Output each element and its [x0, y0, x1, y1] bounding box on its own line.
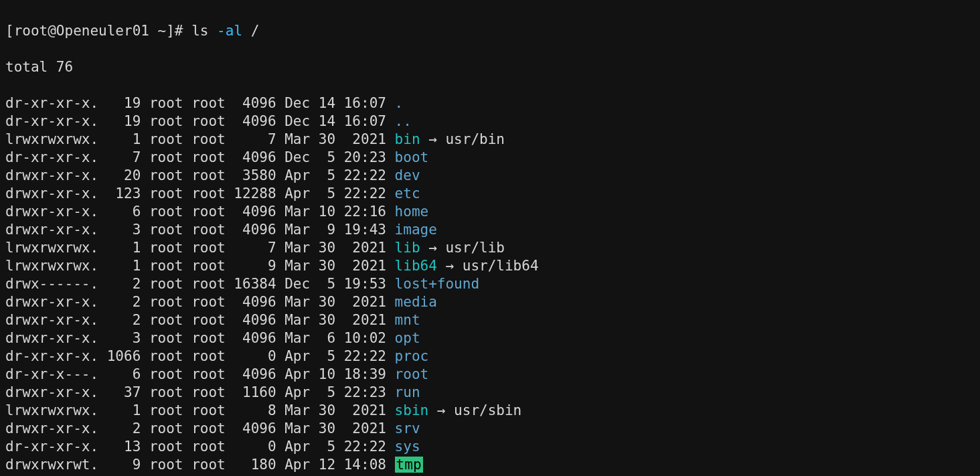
symlink-target: usr/lib — [445, 240, 505, 256]
listing-row: lrwxrwxrwx. 1 root root 7 Mar 30 2021 bi… — [5, 131, 975, 149]
listing-row: lrwxrwxrwx. 1 root root 8 Mar 30 2021 sb… — [5, 402, 975, 420]
listing-name: lib — [395, 240, 420, 256]
listing-meta: lrwxrwxrwx. 1 root root 9 Mar 30 2021 — [5, 258, 395, 274]
listing-meta: drwxr-xr-x. 3 root root 4096 Mar 6 10:02 — [5, 330, 395, 346]
listing-meta: dr-xr-xr-x. 7 root root 4096 Dec 5 20:23 — [5, 149, 395, 165]
listing-name: lost+found — [395, 276, 479, 292]
command-arg: / — [242, 23, 259, 39]
shell-prompt: [root@Openeuler01 ~]# — [5, 23, 191, 39]
total-line: total 76 — [5, 58, 975, 76]
listing-meta: drwxrwxrwt. 9 root root 180 Apr 12 14:08 — [5, 457, 395, 473]
listing-name: . — [395, 95, 404, 111]
listing-meta: lrwxrwxrwx. 1 root root 8 Mar 30 2021 — [5, 402, 395, 418]
listing-meta: dr-xr-x---. 6 root root 4096 Apr 10 18:3… — [5, 366, 395, 382]
listing-row: drwxrwxrwt. 9 root root 180 Apr 12 14:08… — [5, 456, 975, 474]
listing-row: drwxr-xr-x. 6 root root 4096 Mar 10 22:1… — [5, 203, 975, 221]
arrow-icon: → — [420, 240, 446, 256]
listing-meta: drwxr-xr-x. 37 root root 1160 Apr 5 22:2… — [5, 384, 395, 400]
listing-row: drwxr-xr-x. 2 root root 4096 Mar 30 2021… — [5, 420, 975, 438]
listing-name: bin — [395, 131, 420, 147]
listing-row: dr-xr-xr-x. 19 root root 4096 Dec 14 16:… — [5, 94, 975, 112]
listing-row: dr-xr-xr-x. 13 root root 0 Apr 5 22:22 s… — [5, 438, 975, 456]
listing-name: home — [395, 204, 429, 220]
command: ls — [191, 23, 217, 39]
command-line: [root@Openeuler01 ~]# ls -al / — [5, 22, 975, 40]
symlink-target: usr/sbin — [454, 402, 521, 418]
listing-row: drwxr-xr-x. 37 root root 1160 Apr 5 22:2… — [5, 384, 975, 402]
symlink-target: usr/bin — [445, 131, 505, 147]
listing-name: .. — [395, 113, 412, 129]
listing-name: lib64 — [395, 258, 437, 274]
terminal-output[interactable]: [root@Openeuler01 ~]# ls -al / total 76 … — [0, 0, 980, 476]
listing-meta: lrwxrwxrwx. 1 root root 7 Mar 30 2021 — [5, 240, 395, 256]
listing-name: proc — [395, 348, 429, 364]
command-flag: -al — [217, 23, 242, 39]
listing-row: drwxr-xr-x. 20 root root 3580 Apr 5 22:2… — [5, 167, 975, 185]
listing-name: media — [395, 294, 437, 310]
listing-meta: drwxr-xr-x. 2 root root 4096 Mar 30 2021 — [5, 312, 395, 328]
listing-row: drwxr-xr-x. 123 root root 12288 Apr 5 22… — [5, 185, 975, 203]
listing-meta: drwx------. 2 root root 16384 Dec 5 19:5… — [5, 276, 395, 292]
listing-meta: drwxr-xr-x. 20 root root 3580 Apr 5 22:2… — [5, 167, 395, 183]
listing-name: opt — [395, 330, 420, 346]
listing-meta: drwxr-xr-x. 6 root root 4096 Mar 10 22:1… — [5, 204, 395, 220]
listing-row: drwx------. 2 root root 16384 Dec 5 19:5… — [5, 275, 975, 293]
arrow-icon: → — [428, 402, 454, 418]
listing-name: run — [395, 384, 420, 400]
listing-row: drwxr-xr-x. 3 root root 4096 Mar 6 10:02… — [5, 329, 975, 347]
listing-name: srv — [395, 420, 420, 437]
listing-row: drwxr-xr-x. 2 root root 4096 Mar 30 2021… — [5, 311, 975, 329]
listing-row: dr-xr-xr-x. 7 root root 4096 Dec 5 20:23… — [5, 149, 975, 167]
symlink-target: usr/lib64 — [463, 258, 539, 274]
listing-name: mnt — [395, 312, 420, 328]
listing-meta: dr-xr-xr-x. 19 root root 4096 Dec 14 16:… — [5, 95, 395, 111]
listing-row: dr-xr-xr-x. 1066 root root 0 Apr 5 22:22… — [5, 347, 975, 366]
arrow-icon: → — [437, 258, 463, 274]
listing-meta: drwxr-xr-x. 3 root root 4096 Mar 9 19:43 — [5, 222, 395, 238]
listing-meta: drwxr-xr-x. 2 root root 4096 Mar 30 2021 — [5, 420, 395, 437]
listing-name: root — [395, 366, 429, 382]
listing-row: dr-xr-xr-x. 19 root root 4096 Dec 14 16:… — [5, 112, 975, 131]
listing-row: drwxr-xr-x. 2 root root 4096 Mar 30 2021… — [5, 293, 975, 311]
listing-name: dev — [395, 167, 420, 183]
listing-row: lrwxrwxrwx. 1 root root 7 Mar 30 2021 li… — [5, 239, 975, 257]
arrow-icon: → — [420, 131, 446, 147]
listing-name: image — [395, 222, 437, 238]
listing-name: boot — [395, 149, 429, 165]
listing-name: tmp — [395, 457, 423, 473]
listing-meta: drwxr-xr-x. 123 root root 12288 Apr 5 22… — [5, 185, 395, 202]
listing-row: dr-xr-x---. 6 root root 4096 Apr 10 18:3… — [5, 366, 975, 384]
listing-row: lrwxrwxrwx. 1 root root 9 Mar 30 2021 li… — [5, 257, 975, 275]
listing-row: drwxr-xr-x. 3 root root 4096 Mar 9 19:43… — [5, 221, 975, 239]
listing-meta: drwxr-xr-x. 2 root root 4096 Mar 30 2021 — [5, 294, 395, 310]
listing-meta: lrwxrwxrwx. 1 root root 7 Mar 30 2021 — [5, 131, 395, 147]
listing-meta: dr-xr-xr-x. 13 root root 0 Apr 5 22:22 — [5, 439, 395, 455]
listing-name: sys — [395, 439, 420, 455]
listing-name: etc — [395, 185, 420, 202]
listing-name: sbin — [395, 402, 429, 418]
listing-meta: dr-xr-xr-x. 19 root root 4096 Dec 14 16:… — [5, 113, 395, 129]
listing: dr-xr-xr-x. 19 root root 4096 Dec 14 16:… — [5, 94, 975, 476]
listing-meta: dr-xr-xr-x. 1066 root root 0 Apr 5 22:22 — [5, 348, 395, 364]
